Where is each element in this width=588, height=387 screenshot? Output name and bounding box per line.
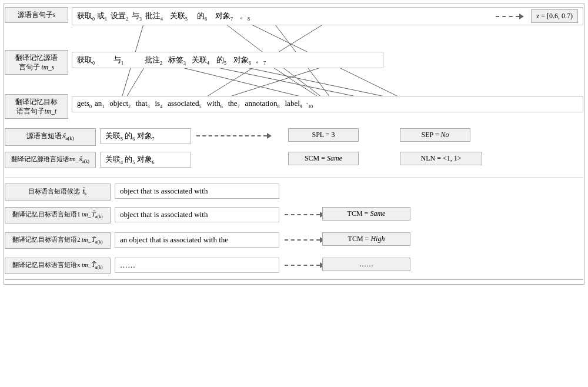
token-s6: 的6 — [197, 11, 207, 22]
token-tmt10: ·10 — [306, 99, 313, 109]
spl-box: SPL = 3 — [288, 128, 359, 142]
token-tmt6: with6 — [207, 99, 223, 109]
token-tmt2: object2 — [109, 99, 131, 109]
token-s1: 或1 — [97, 11, 107, 22]
token-s4: 批注4 — [145, 11, 163, 22]
token-tmt7: the7 — [228, 99, 240, 109]
tm-source-phrase-token-box: 关联4 的5 对象6 — [100, 152, 191, 168]
tm-target-token-box: gets0 an1 object2 that3 is4 associated5 … — [72, 96, 583, 112]
sep-box: SEP = No — [400, 128, 470, 142]
separator-line — [5, 178, 583, 178]
token-s3: 与3 — [132, 11, 142, 22]
token-tmt5: associated5 — [168, 99, 201, 109]
tm-targetx-label: 翻译记忆目标语言短语x tm_T̄a(k) — [5, 258, 111, 274]
nln-box: NLN = <1, 1> — [400, 152, 482, 165]
token-tms4: 关联4 — [192, 55, 209, 66]
tm-targetx-box: …… — [115, 258, 279, 273]
source-sentence-label: 源语言句子s — [5, 7, 68, 23]
target-phrase-candidate-label: 目标语言短语候选 t̄k — [5, 184, 111, 201]
token-tmt0: gets0 — [77, 99, 92, 109]
token-tms2: 批注2 — [145, 55, 162, 66]
tm-target-label: 翻译记忆目标语言句子tm_t — [5, 94, 68, 119]
tcm1-box: TCM = Same — [322, 207, 410, 221]
token-s2: 设置2 — [111, 11, 128, 22]
token-tms7: 。7 — [256, 55, 266, 66]
tm-target1-box: object that is associated with — [115, 207, 279, 222]
token-tms3: 标签3 — [168, 55, 186, 66]
tcmx-arrow — [285, 262, 325, 268]
token-tmt1: an1 — [95, 99, 104, 109]
token-tmt3: that3 — [136, 99, 150, 109]
main-container: 源语言句子s 获取0 或1 设置2 与3 批注4 关联5 的6 对象7 。8 z… — [0, 0, 588, 387]
tm-source-token-box: 获取0 与1 批注2 标签3 关联4 的5 对象6 。7 — [72, 52, 383, 68]
z-arrow — [496, 14, 524, 19]
target-phrase-candidate-box: object that is associated with — [115, 184, 279, 199]
token-s8: 。8 — [240, 11, 250, 22]
token-tmt9: label9 — [285, 99, 302, 109]
token-tms1: 与1 — [113, 55, 123, 66]
token-s0: 获取0 — [77, 11, 95, 22]
tm-source-label: 翻译记忆源语言句子 tm_s — [5, 50, 68, 75]
tm-target1-label: 翻译记忆目标语言短语1 tm_T̄a(k) — [5, 207, 111, 223]
tm-target2-box: an object that is associated with the — [115, 232, 279, 248]
source-phrase-token-box: 关联5 的6 对象7 — [100, 128, 191, 144]
token-tms6: 对象6 — [233, 55, 251, 66]
source-token-box: 获取0 或1 设置2 与3 批注4 关联5 的6 对象7 。8 z = [0.6… — [72, 7, 583, 25]
tm-source-phrase-label: 翻译记忆源语言短语tm_s̄a(k) — [5, 152, 96, 168]
source-phrase-label: 源语言短语s̄a(k) — [5, 128, 96, 146]
token-tmt4: is4 — [155, 99, 163, 109]
token-tms0: 获取0 — [77, 55, 95, 66]
phrase-to-spl-arrow — [196, 133, 272, 139]
tm-target2-label: 翻译记忆目标语言短语2 tm_T̄a(k) — [5, 232, 111, 249]
tcm1-arrow — [285, 212, 325, 218]
scm-box: SCM = Same — [288, 152, 359, 165]
token-s7: 对象7 — [215, 11, 233, 22]
token-tms5: 的5 — [216, 55, 226, 66]
tcm2-box: TCM = High — [322, 232, 410, 246]
token-tmt8: annotation8 — [245, 99, 280, 109]
bottom-separator — [5, 279, 583, 280]
tcm2-arrow — [285, 237, 325, 243]
z-value-box: z = [0.6, 0.7) — [531, 9, 578, 23]
tcmx-box: …… — [322, 258, 410, 271]
token-s5: 关联5 — [170, 11, 188, 22]
